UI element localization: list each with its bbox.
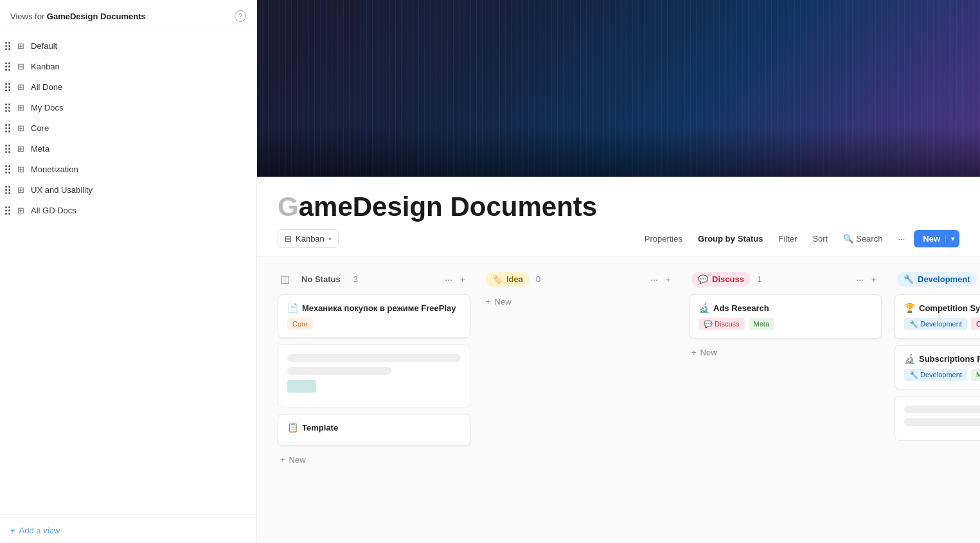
column-status-badge: No Status	[295, 272, 347, 287]
column-idea: 🏷️ Idea 0 ··· + + New	[483, 272, 676, 309]
hero-banner	[257, 0, 980, 177]
column-header-no-status: ◫ No Status 3 ··· +	[278, 272, 470, 287]
drag-handle	[5, 186, 10, 194]
new-btn-dropdown-icon[interactable]: ▾	[945, 235, 959, 242]
sidebar-item-all-done[interactable]: ⊞ All Done ···	[0, 76, 256, 97]
grid-icon: ⊞	[15, 123, 26, 133]
sidebar-item-meta[interactable]: ⊞ Meta ···	[0, 138, 256, 159]
page-title-main: ameDesign Documents	[299, 191, 597, 222]
drag-handle	[5, 103, 10, 112]
card-tags: Discuss Meta	[699, 318, 872, 330]
column-no-status: ◫ No Status 3 ··· + 📄 Механика поку	[278, 272, 470, 467]
trophy-icon: 🏆	[904, 303, 915, 313]
add-new-label: New	[700, 348, 717, 357]
column-add-button[interactable]: +	[663, 273, 673, 286]
tag-discuss: Discuss	[699, 318, 745, 330]
column-label: Development	[918, 274, 970, 284]
card-freeplay[interactable]: 📄 Механика покупок в режиме FreePlay Cor…	[278, 294, 470, 338]
column-actions: ··· +	[442, 273, 468, 286]
card-template[interactable]: 📋 Template	[278, 414, 470, 446]
main-content: GameDesign Documents ⊟ Kanban ▾ Properti…	[257, 0, 980, 543]
add-new-label: New	[289, 455, 306, 465]
tag-core: Core	[287, 318, 313, 330]
column-more-button[interactable]: ···	[648, 273, 661, 286]
properties-button[interactable]: Properties	[638, 230, 689, 247]
new-label: New	[923, 234, 945, 244]
tag-development: Development	[904, 318, 967, 330]
sidebar-item-all-gd-docs[interactable]: ⊞ All GD Docs ···	[0, 200, 256, 220]
no-status-icon: ◫	[280, 273, 290, 285]
grid-icon: ⊞	[15, 82, 26, 92]
column-discuss: 💬 Discuss 1 ··· + 🔬 Ads Research	[689, 272, 882, 360]
add-new-button-discuss[interactable]: + New	[689, 345, 882, 360]
card-title: 🔬 Subscriptions Research	[904, 353, 980, 364]
view-selector[interactable]: ⊟ Kanban ▾	[278, 229, 339, 248]
column-more-button[interactable]: ···	[853, 273, 866, 286]
column-development: 🔧 Development 6 ··· + 🏆 Competition Syst…	[895, 272, 980, 447]
tag-development: Development	[904, 369, 967, 381]
card-title: 📋 Template	[287, 422, 461, 432]
column-status-badge: 🔧 Development	[897, 272, 977, 287]
kanban-board: ◫ No Status 3 ··· + 📄 Механика поку	[257, 256, 980, 543]
column-count: 3	[353, 274, 358, 284]
more-options-button[interactable]: ···	[891, 230, 911, 247]
add-new-button-idea[interactable]: + New	[483, 294, 676, 309]
add-new-label: New	[495, 297, 512, 307]
column-more-button[interactable]: ···	[442, 273, 455, 286]
development-icon: 🔧	[904, 274, 914, 284]
group-by-button[interactable]: Group by Status	[691, 230, 770, 247]
card-title-text: Subscriptions Research	[919, 354, 980, 364]
view-label: My Docs	[31, 103, 228, 112]
card-competition-system[interactable]: 🏆 Competition System v2.0 Development Co…	[895, 294, 980, 339]
column-header-discuss: 💬 Discuss 1 ··· +	[689, 272, 882, 287]
help-icon[interactable]: ?	[235, 10, 246, 22]
sidebar-item-core[interactable]: ⊞ Core ···	[0, 118, 256, 138]
toolbar: ⊟ Kanban ▾ Properties Group by Status Fi…	[257, 222, 980, 256]
view-label: Meta	[31, 144, 228, 154]
card-title-text: Ads Research	[713, 303, 769, 313]
sidebar-item-my-docs[interactable]: ⊞ My Docs ···	[0, 97, 256, 118]
view-label: All Done	[31, 82, 228, 92]
column-header-development: 🔧 Development 6 ··· +	[895, 272, 980, 287]
column-add-button[interactable]: +	[458, 273, 468, 286]
template-icon: 📋	[287, 422, 298, 432]
search-button[interactable]: 🔍 Search	[837, 230, 889, 247]
add-new-button-no-status[interactable]: + New	[278, 452, 470, 467]
sidebar-item-default[interactable]: ⊞ Default ···	[0, 35, 256, 56]
group-by-label: Group by	[698, 234, 735, 244]
kanban-icon: ⊟	[15, 61, 26, 71]
drag-handle	[5, 124, 10, 132]
view-label: Kanban	[31, 62, 228, 71]
sidebar-item-kanban[interactable]: ⊟ Kanban ···	[0, 56, 256, 76]
add-view-button[interactable]: + Add a view	[0, 517, 256, 543]
sort-button[interactable]: Sort	[806, 230, 834, 247]
search-icon: 🔍	[843, 234, 853, 244]
project-name: GameDesign Documents	[47, 12, 146, 21]
grid-icon: ⊞	[15, 164, 26, 174]
new-button[interactable]: New ▾	[914, 230, 959, 247]
properties-label: Properties	[645, 234, 682, 244]
sidebar-item-monetization[interactable]: ⊞ Monetization ···	[0, 159, 256, 179]
plus-icon: +	[486, 297, 491, 307]
card-ads-research[interactable]: 🔬 Ads Research Discuss Meta	[689, 294, 882, 339]
card-tags: Development Meta	[904, 369, 980, 381]
sort-label: Sort	[812, 234, 828, 244]
card-tags: Development Competition	[904, 318, 980, 330]
doc-icon: 📄	[287, 303, 298, 313]
grid-icon: ⊞	[15, 40, 26, 51]
drag-handle	[5, 42, 10, 50]
card-blurred-1[interactable]	[278, 344, 470, 407]
tag-meta: Meta	[971, 369, 980, 381]
grid-icon: ⊞	[15, 143, 26, 154]
column-add-button[interactable]: +	[869, 273, 879, 286]
research-icon: 🔬	[699, 303, 709, 313]
tag-meta: Meta	[749, 318, 774, 330]
sidebar-item-ux-usability[interactable]: ⊞ UX and Usability ···	[0, 179, 256, 200]
card-subscriptions-research[interactable]: 🔬 Subscriptions Research Development Met…	[895, 345, 980, 389]
column-status-badge: 🏷️ Idea	[486, 272, 530, 287]
blur-line-short	[287, 367, 391, 375]
card-title: 🏆 Competition System v2.0	[904, 303, 980, 313]
filter-button[interactable]: Filter	[772, 230, 803, 247]
chevron-down-icon: ▾	[328, 235, 332, 242]
card-blurred-dev[interactable]	[895, 396, 980, 441]
